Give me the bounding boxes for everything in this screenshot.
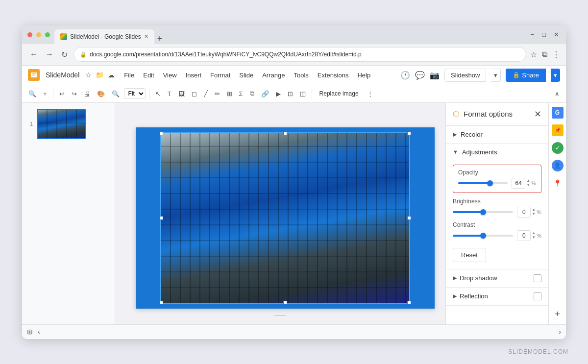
line-button[interactable]: ╱ [201,89,210,99]
share-button[interactable]: 🔒 Share [506,69,546,82]
menu-help[interactable]: Help [354,70,374,80]
format-panel-close-button[interactable]: ✕ [534,109,541,120]
menu-view[interactable]: View [160,70,180,80]
slideshow-button[interactable]: Slideshow [444,69,486,82]
menu-file[interactable]: File [121,70,138,80]
replace-image-button[interactable]: Replace image [316,89,363,98]
crop-button[interactable]: ⊡ [285,89,295,99]
selection-handle-tl[interactable] [159,131,163,135]
contrast-increment[interactable]: ▲ [532,231,536,235]
menu-tools[interactable]: Tools [290,70,312,80]
expand-button[interactable]: › [559,328,561,336]
google-calendar-icon[interactable]: G [552,107,564,119]
equation-button[interactable]: Σ [237,89,245,99]
menu-arrange[interactable]: Arrange [259,70,288,80]
zoom-select[interactable]: Fit [124,88,146,99]
selection-handle-bm[interactable] [283,301,287,305]
grid-view-button[interactable]: ⊞ [27,328,33,336]
opacity-increment[interactable]: ▲ [526,179,530,183]
menu-slide[interactable]: Slide [236,70,257,80]
video-button[interactable]: ▶ [273,89,283,99]
menu-insert[interactable]: Insert [182,70,205,80]
table-button[interactable]: ⊞ [224,89,235,99]
tab-close-button[interactable]: ✕ [144,33,148,40]
toolbar-collapse-button[interactable]: ∧ [552,89,562,99]
zoom-in-button[interactable]: + [41,89,49,99]
history-icon[interactable]: 🕐 [400,71,410,80]
google-keep-icon[interactable]: 📌 [552,124,564,136]
google-maps-icon[interactable]: 📍 [552,177,564,189]
mask-button[interactable]: ◫ [297,89,308,99]
shape-button[interactable]: ◻ [189,89,199,99]
collapse-panel-button[interactable]: ‹ [38,328,40,336]
zoom-out-button[interactable]: 🔍 [26,89,39,99]
opacity-decrement[interactable]: ▼ [526,183,530,187]
contrast-track[interactable] [453,235,513,237]
opacity-thumb[interactable] [487,180,493,186]
back-button[interactable]: ← [28,50,40,59]
menu-format[interactable]: Format [207,70,234,80]
extensions-icon[interactable]: ⧉ [542,50,547,59]
adjustments-header[interactable]: ▼ Adjustments [446,144,548,161]
print-button[interactable]: 🖨 [81,89,93,99]
cursor-button[interactable]: ↖ [153,89,163,99]
slide-item-1[interactable]: 1 [22,107,115,141]
menu-extensions[interactable]: Extensions [314,70,352,80]
star-icon[interactable]: ☆ [85,71,92,79]
contrast-thumb[interactable] [480,233,486,239]
recolor-header[interactable]: ▶ Recolor [446,126,548,143]
new-tab-button[interactable]: + [154,34,166,44]
image-button[interactable]: 🖼 [176,89,187,99]
comments-icon[interactable]: 💬 [415,71,425,80]
brightness-thumb[interactable] [480,209,486,215]
folder-icon[interactable]: 📁 [96,71,104,79]
drop-shadow-checkbox[interactable] [534,274,541,282]
minimize-button[interactable]: − [529,31,537,38]
selection-handle-tm[interactable] [283,131,287,135]
contrast-decrement[interactable]: ▼ [532,236,536,240]
camera-icon[interactable]: 📷 [430,71,440,80]
zoom-fit-button[interactable]: 🔍 [109,89,122,99]
brightness-value[interactable]: 0 [517,207,531,218]
google-tasks-icon[interactable]: ✓ [552,142,564,154]
add-icon[interactable]: + [552,309,564,320]
brightness-increment[interactable]: ▲ [532,208,536,212]
undo-button[interactable]: ↩ [57,89,67,99]
menu-edit[interactable]: Edit [140,70,157,80]
opacity-value[interactable]: 64 [512,178,525,189]
browser-tab[interactable]: SlideModel - Google Slides ✕ [54,29,154,44]
reload-button[interactable]: ↻ [59,50,70,59]
text-button[interactable]: T [165,89,174,99]
brightness-track[interactable] [453,211,513,213]
slideshow-dropdown-button[interactable]: ▾ [491,69,501,82]
paint-format-button[interactable]: 🎨 [95,89,107,99]
selection-handle-bl[interactable] [159,301,163,305]
close-button[interactable]: ✕ [552,31,561,38]
reset-button[interactable]: Reset [453,248,486,262]
canvas-area[interactable]: —— [115,103,445,324]
selection-handle-mr[interactable] [407,216,411,220]
selection-handle-ml[interactable] [159,216,163,220]
reflection-checkbox[interactable] [534,292,541,300]
pen-button[interactable]: ✏ [212,89,222,99]
link-button[interactable]: 🔗 [259,89,271,99]
opacity-track[interactable] [458,182,508,184]
google-contacts-icon[interactable]: 👤 [552,160,564,171]
cloud-icon[interactable]: ☁ [108,71,115,79]
maximize-button[interactable]: □ [540,31,548,38]
brightness-decrement[interactable]: ▼ [532,212,536,216]
embed-button[interactable]: ⧉ [247,88,257,99]
forward-button[interactable]: → [44,50,55,59]
redo-button[interactable]: ↪ [69,89,79,99]
slide-image[interactable] [160,132,410,304]
more-options-button[interactable]: ⋮ [365,89,376,99]
toolbar-divider-2 [149,89,149,98]
selection-handle-tr[interactable] [407,131,411,135]
contrast-value[interactable]: 0 [517,230,531,241]
url-box[interactable]: 🔒 docs.google.com/presentation/d/13AAei1… [74,47,526,62]
bookmark-icon[interactable]: ☆ [530,50,537,59]
selection-handle-br[interactable] [407,301,411,305]
share-dropdown-button[interactable]: ▾ [551,69,560,82]
menu-icon[interactable]: ⋮ [552,50,560,59]
header-right: 🕐 💬 📷 Slideshow ▾ 🔒 Share ▾ [400,69,560,82]
